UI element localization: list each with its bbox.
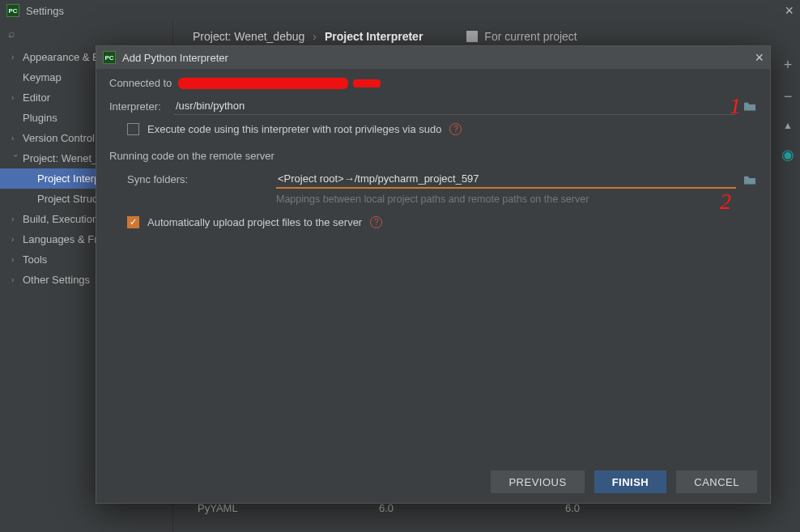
- breadcrumb-sep: ›: [313, 30, 317, 43]
- chevron-icon: ›: [11, 255, 19, 264]
- redacted-host-2: [353, 79, 381, 87]
- package-latest: 6.0: [565, 502, 580, 514]
- connected-label: Connected to: [109, 77, 172, 89]
- show-button[interactable]: ◉: [781, 146, 794, 164]
- sudo-checkbox[interactable]: [127, 123, 139, 135]
- auto-upload-checkbox[interactable]: ✓: [127, 216, 139, 228]
- chevron-icon: ›: [11, 275, 19, 284]
- connected-row: Connected to: [109, 77, 757, 89]
- package-row[interactable]: PyYAML 6.0 6.0: [193, 502, 781, 514]
- interpreter-label: Interpreter:: [109, 100, 174, 113]
- add-button[interactable]: +: [784, 57, 793, 74]
- sidebar-item-label: Version Control: [23, 132, 95, 144]
- redacted-host: [178, 78, 348, 89]
- browse-sync-icon[interactable]: [743, 174, 757, 185]
- cancel-button[interactable]: CANCEL: [676, 470, 757, 493]
- sync-label: Sync folders:: [127, 173, 276, 185]
- sidebar-item-label: Tools: [23, 253, 47, 266]
- auto-upload-help-icon[interactable]: ?: [370, 216, 382, 228]
- dialog-title: Add Python Interpreter: [122, 52, 228, 64]
- sudo-help-icon[interactable]: ?: [449, 123, 462, 135]
- add-interpreter-dialog: PC Add Python Interpreter × Connected to…: [96, 45, 771, 504]
- chevron-icon: ›: [11, 134, 19, 143]
- sync-row: Sync folders: <Project root>→/tmp/pychar…: [127, 170, 757, 189]
- chevron-icon: ›: [11, 235, 19, 244]
- chevron-icon: ›: [11, 215, 19, 223]
- sync-field[interactable]: <Project root>→/tmp/pycharm_project_597: [276, 170, 736, 189]
- finish-button[interactable]: FINISH: [594, 470, 667, 493]
- search-icon: ⌕: [8, 27, 15, 40]
- sudo-row: Execute code using this interpreter with…: [127, 123, 757, 135]
- sync-hint: Mappings between local project paths and…: [276, 194, 757, 205]
- sudo-label: Execute code using this interpreter with…: [147, 123, 441, 135]
- sidebar-item-label: Other Settings: [23, 274, 90, 286]
- remote-header: Running code on the remote server: [109, 150, 757, 162]
- interpreter-toolbar: + − ▲ ◉: [776, 21, 800, 183]
- auto-upload-row: ✓ Automatically upload project files to …: [127, 216, 757, 228]
- auto-upload-label: Automatically upload project files to th…: [147, 216, 362, 228]
- settings-title: Settings: [26, 5, 64, 17]
- chevron-icon: ›: [11, 155, 20, 163]
- browse-interpreter-icon[interactable]: [743, 100, 757, 112]
- dialog-footer: PREVIOUS FINISH CANCEL: [96, 461, 770, 503]
- settings-close-icon[interactable]: ×: [785, 2, 794, 19]
- remove-button[interactable]: −: [784, 88, 793, 105]
- project-badge-icon: [466, 31, 478, 42]
- package-version: 6.0: [379, 502, 565, 514]
- pycharm-icon: PC: [103, 51, 116, 64]
- settings-titlebar: PC Settings ×: [0, 0, 800, 21]
- pycharm-icon: PC: [6, 4, 19, 17]
- dialog-close-icon[interactable]: ×: [755, 49, 764, 66]
- sidebar-item-label: Keymap: [23, 71, 62, 83]
- dialog-titlebar[interactable]: PC Add Python Interpreter ×: [96, 46, 770, 69]
- breadcrumb-project[interactable]: Project: Wenet_debug: [193, 30, 304, 43]
- previous-button[interactable]: PREVIOUS: [491, 470, 584, 493]
- sidebar-item-label: Editor: [23, 92, 50, 104]
- package-name: PyYAML: [193, 502, 379, 514]
- interpreter-row: Interpreter: /usr/bin/python: [109, 97, 757, 115]
- sidebar-item-label: Plugins: [23, 112, 57, 124]
- sidebar-search[interactable]: ⌕: [0, 21, 172, 45]
- interpreter-field[interactable]: /usr/bin/python: [174, 97, 736, 115]
- breadcrumb-page: Project Interpreter: [325, 30, 423, 43]
- for-project-label: For current project: [484, 30, 577, 43]
- chevron-icon: ›: [11, 93, 19, 102]
- up-button[interactable]: ▲: [783, 120, 793, 131]
- chevron-icon: ›: [11, 53, 19, 62]
